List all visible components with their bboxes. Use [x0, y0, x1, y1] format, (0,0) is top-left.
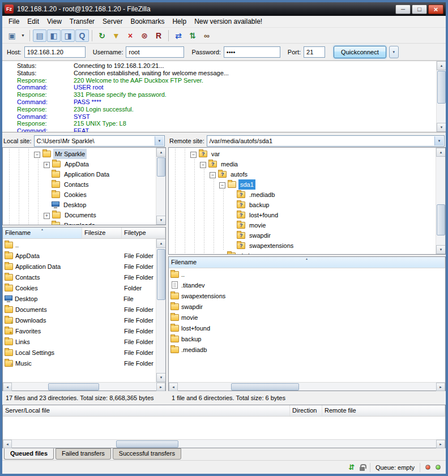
scroll-right-icon[interactable]: [156, 383, 165, 391]
tree-node-contacts[interactable]: Contacts: [5, 179, 156, 190]
toggle-remote-tree-icon[interactable]: ◨: [61, 29, 75, 42]
file-row[interactable]: Application DataFile Folder: [3, 261, 165, 272]
collapse-minus-icon[interactable]: −: [219, 182, 225, 188]
file-row[interactable]: DocumentsFile Folder: [3, 304, 165, 315]
tab-queued-files[interactable]: Queued files: [4, 448, 54, 460]
scroll-down-icon[interactable]: [156, 373, 165, 382]
port-input[interactable]: [304, 46, 325, 58]
tree-node-var[interactable]: −var: [170, 149, 436, 159]
scroll-up-icon[interactable]: [437, 61, 446, 70]
tree-node-application-data[interactable]: Application Data: [5, 169, 156, 179]
scroll-left-icon[interactable]: [169, 383, 178, 391]
scroll-up-icon[interactable]: [436, 148, 446, 157]
site-manager-dropdown-icon[interactable]: ▼: [19, 29, 27, 42]
scroll-down-icon[interactable]: [436, 245, 446, 254]
expand-plus-icon[interactable]: +: [44, 162, 50, 168]
chevron-down-icon[interactable]: [434, 136, 443, 145]
collapse-minus-icon[interactable]: −: [34, 152, 40, 158]
tree-node-documents[interactable]: +Documents: [5, 210, 156, 220]
file-row[interactable]: LinksFile Folder: [3, 336, 165, 347]
synchronized-browsing-icon[interactable]: ⇅: [186, 29, 199, 42]
file-row[interactable]: ..: [169, 269, 445, 280]
scroll-up-icon[interactable]: [156, 148, 166, 157]
scroll-right-icon[interactable]: [436, 383, 445, 391]
column-header-remote-file[interactable]: Remote file: [322, 405, 445, 416]
directory-comparison-icon[interactable]: ⇄: [172, 29, 185, 42]
local-path-combobox[interactable]: C:\Users\Mr Sparkle\: [34, 135, 165, 147]
refresh-icon[interactable]: ↻: [95, 29, 109, 42]
menu-item-view[interactable]: View: [43, 16, 66, 27]
file-row[interactable]: ContactsFile Folder: [3, 272, 165, 282]
scroll-down-icon[interactable]: [156, 216, 166, 225]
remote-tree-scrollbar[interactable]: [436, 148, 445, 254]
local-list-scrollbar[interactable]: [156, 239, 165, 382]
tree-node-mr-sparkle[interactable]: −Mr Sparkle: [5, 149, 156, 159]
file-row[interactable]: MusicFile Folder: [3, 358, 165, 368]
tree-node-autofs[interactable]: −autofs: [170, 169, 436, 179]
menu-item-file[interactable]: File: [5, 16, 23, 27]
remote-path-combobox[interactable]: /var/media/autofs/sda1: [207, 135, 445, 147]
file-row[interactable]: movie: [169, 312, 445, 323]
scroll-down-icon[interactable]: [437, 123, 446, 132]
tab-failed-transfers[interactable]: Failed transfers: [56, 448, 111, 460]
find-files-icon[interactable]: ∞: [200, 29, 214, 42]
quickconnect-dropdown-icon[interactable]: [389, 46, 399, 58]
column-header-filetype[interactable]: Filetype: [122, 228, 165, 238]
scrollbar-thumb[interactable]: [116, 440, 178, 448]
menu-item-help[interactable]: Help: [168, 16, 190, 27]
file-row[interactable]: Local SettingsFile Folder: [3, 347, 165, 358]
column-header-direction[interactable]: Direction: [290, 405, 322, 416]
collapse-minus-icon[interactable]: −: [190, 152, 197, 158]
collapse-minus-icon[interactable]: −: [210, 172, 216, 178]
scrollbar-thumb[interactable]: [157, 249, 165, 300]
file-row[interactable]: DesktopFile: [3, 293, 165, 304]
local-list-hscrollbar[interactable]: [3, 382, 165, 391]
column-header-server-local-file[interactable]: Server/Local file: [3, 405, 290, 416]
tree-node-movie[interactable]: movie: [170, 220, 436, 230]
username-input[interactable]: [126, 46, 184, 58]
file-row[interactable]: backup: [169, 333, 445, 344]
titlebar[interactable]: 192.168.1.20 - root@192.168.1.20 - FileZ…: [2, 2, 446, 16]
file-row[interactable]: CookiesFolder: [3, 282, 165, 293]
file-row[interactable]: .mediadb: [169, 344, 445, 355]
toggle-message-log-icon[interactable]: ▤: [33, 29, 46, 42]
tab-successful-transfers[interactable]: Successful transfers: [113, 448, 181, 460]
tree-node-downloads[interactable]: Downloads: [5, 220, 156, 225]
file-row[interactable]: AppDataFile Folder: [3, 250, 165, 261]
file-row[interactable]: FavoritesFile Folder: [3, 325, 165, 336]
file-row[interactable]: ..: [3, 239, 165, 250]
reconnect-icon[interactable]: R: [152, 29, 165, 42]
scrollbar-thumb[interactable]: [437, 71, 446, 104]
toggle-local-tree-icon[interactable]: ◧: [47, 29, 61, 42]
column-header-filename[interactable]: Filename: [169, 257, 445, 268]
chevron-down-icon[interactable]: [155, 136, 164, 145]
remote-list-hscrollbar[interactable]: [169, 382, 445, 391]
file-row[interactable]: DownloadsFile Folder: [3, 315, 165, 325]
menu-item-new-version-available[interactable]: New version available!: [190, 16, 266, 27]
scrollbar-thumb[interactable]: [437, 204, 445, 235]
menu-item-bookmarks[interactable]: Bookmarks: [126, 16, 168, 27]
expand-plus-icon[interactable]: +: [44, 213, 50, 219]
cancel-icon[interactable]: ×: [123, 29, 137, 42]
queue-hscrollbar[interactable]: [3, 439, 445, 448]
file-row[interactable]: swapdir: [169, 301, 445, 312]
tree-node-dvd[interactable]: dvd: [170, 251, 436, 254]
tree-node-lost-found[interactable]: lost+found: [170, 210, 436, 220]
menu-item-server[interactable]: Server: [99, 16, 126, 27]
message-log-scrollbar[interactable]: [436, 61, 446, 132]
column-header-filesize[interactable]: Filesize: [82, 228, 122, 238]
scrollbar-thumb[interactable]: [48, 383, 99, 391]
filter-icon[interactable]: ▼: [109, 29, 123, 42]
host-input[interactable]: [24, 46, 86, 58]
maximize-button[interactable]: [412, 5, 427, 14]
scroll-right-icon[interactable]: [436, 440, 445, 448]
quickconnect-button[interactable]: Quickconnect: [334, 46, 386, 58]
tree-node-swapdir[interactable]: swapdir: [170, 230, 436, 241]
tree-node-media[interactable]: −media: [170, 159, 436, 169]
minimize-button[interactable]: [395, 5, 411, 14]
close-button[interactable]: [428, 5, 443, 14]
site-manager-icon[interactable]: ▣: [5, 29, 19, 42]
tree-node-desktop[interactable]: Desktop: [5, 200, 156, 210]
disconnect-icon[interactable]: ⊗: [138, 29, 151, 42]
menu-item-edit[interactable]: Edit: [23, 16, 43, 27]
